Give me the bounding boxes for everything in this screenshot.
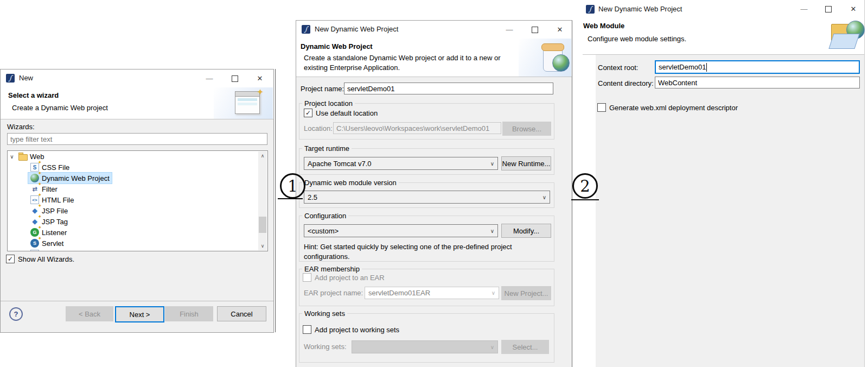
ear-project-name-label: EAR project name: (304, 289, 363, 297)
target-runtime-select[interactable]: Apache Tomcat v7.0∨ (304, 157, 498, 170)
show-all-wizards-checkbox[interactable]: ✓ Show All Wizards. (6, 255, 74, 263)
checkbox-unchecked[interactable] (303, 325, 311, 334)
close-button[interactable]: ✕ (552, 21, 568, 39)
project-name-input[interactable] (344, 83, 553, 94)
configuration-hint-2: configurations. (304, 252, 350, 261)
working-sets-select: ∨ (352, 340, 498, 353)
browse-button[interactable]: Browse... (502, 122, 551, 136)
checkbox-checked[interactable]: ✓ (304, 109, 312, 117)
scrollbar-thumb[interactable] (259, 217, 266, 233)
tree-item-partial[interactable]: S (8, 249, 258, 251)
tree-item-css-file[interactable]: S✦ CSS File (8, 162, 258, 173)
location-input: C:\Users\leovo\Workspaces\work\servletDe… (333, 122, 501, 134)
new-project-button[interactable]: New Project... (501, 286, 551, 300)
show-all-wizards-label: Show All Wizards. (18, 255, 74, 263)
generate-webxml-checkbox[interactable]: Generate web.xml deployment descriptor (597, 103, 738, 112)
tree-item-label: CSS File (42, 163, 69, 172)
minimize-button[interactable]: — (501, 21, 518, 39)
panel-separator-line (275, 69, 276, 332)
sparkle-icon: ✦ (257, 87, 264, 97)
ear-membership-group: EAR membership Add project to an EAR EAR… (299, 265, 554, 306)
tree-item-listener[interactable]: G✦ Listener (8, 227, 258, 238)
configuration-select[interactable]: <custom>∨ (304, 224, 498, 237)
wizard-filter-input[interactable] (7, 133, 267, 145)
wizard-tree: ∨ Web S✦ CSS File ✦ Dynamic Web Project … (7, 150, 268, 251)
minimize-button[interactable]: — (796, 0, 812, 18)
tree-scrollbar[interactable]: ∧ ∨ (258, 151, 267, 250)
wizard-icon: S (30, 250, 39, 251)
back-button[interactable]: < Back (66, 306, 113, 321)
generate-webxml-label: Generate web.xml deployment descriptor (609, 104, 738, 112)
configuration-group: Configuration <custom>∨ Modify... Hint: … (299, 212, 554, 262)
target-runtime-legend: Target runtime (302, 144, 352, 153)
tree-item-dynamic-web-project[interactable]: ✦ Dynamic Web Project (8, 173, 258, 184)
chevron-down-icon: ∨ (490, 161, 494, 167)
screenshot-canvas: ∫ New — ✕ Select a wizard Create a Dynam… (0, 0, 868, 367)
minimize-button[interactable]: — (201, 69, 218, 87)
eclipse-app-icon: ∫ (586, 5, 595, 14)
web-module-titlebar[interactable]: ∫ New Dynamic Web Project — ✕ (583, 0, 864, 18)
window-title: New (19, 74, 33, 82)
text-caret (706, 63, 707, 72)
step-2-underline (571, 199, 599, 200)
help-icon[interactable]: ? (9, 307, 23, 321)
tree-item-html-file[interactable]: <>✦ HTML File (8, 194, 258, 205)
tree-item-servlet[interactable]: S✦ Servlet (8, 238, 258, 249)
use-default-location-checkbox[interactable]: ✓ Use default location (304, 109, 378, 117)
tree-item-filter[interactable]: ⇄✦ Filter (8, 184, 258, 194)
location-label: Location: (304, 124, 333, 132)
content-directory-input[interactable]: WebContent (655, 77, 860, 88)
select-wizard-dialog: ∫ New — ✕ Select a wizard Create a Dynam… (0, 69, 274, 333)
new-runtime-button[interactable]: New Runtime... (501, 156, 551, 170)
web-module-content (596, 55, 864, 367)
wizards-label: Wizards: (7, 123, 35, 131)
scroll-up-icon[interactable]: ∧ (258, 151, 267, 160)
tree-item-label: Servlet (42, 239, 63, 248)
scroll-down-icon[interactable]: ∨ (258, 242, 267, 250)
eclipse-app-icon: ∫ (6, 74, 15, 83)
tree-item-jsp-tag[interactable]: ◆✦ JSP Tag (8, 216, 258, 227)
close-button[interactable]: ✕ (846, 0, 861, 18)
working-sets-legend: Working sets (302, 309, 347, 318)
chevron-down-icon: ∨ (542, 194, 546, 200)
module-version-group: Dynamic web module version 2.5∨ (299, 179, 554, 208)
configuration-legend: Configuration (302, 212, 348, 220)
checkbox-unchecked[interactable] (597, 103, 606, 112)
checkbox-checked[interactable]: ✓ (6, 255, 15, 263)
add-to-ear-checkbox[interactable]: Add project to an EAR (303, 273, 385, 282)
step-1-underline (278, 198, 303, 199)
project-location-group: Project location ✓ Use default location … (299, 99, 554, 140)
maximize-button[interactable] (527, 21, 543, 39)
chevron-down-icon: ∨ (492, 290, 495, 296)
tree-item-label: Listener (42, 229, 67, 237)
wizard-page-subtitle: Create a Dynamic Web project (12, 104, 108, 112)
tree-item-web[interactable]: ∨ Web (8, 151, 258, 162)
expander-icon[interactable]: ∨ (8, 154, 16, 160)
context-root-label: Context root: (598, 64, 638, 72)
modify-button[interactable]: Modify... (501, 224, 551, 238)
select-working-sets-button[interactable]: Select... (501, 340, 549, 354)
folder-icon (18, 152, 27, 161)
add-to-working-sets-checkbox[interactable]: Add project to working sets (303, 325, 399, 334)
tree-item-jsp-file[interactable]: ◆✦ JSP File (8, 205, 258, 216)
select-wizard-titlebar[interactable]: ∫ New — ✕ (1, 69, 273, 87)
tree-item-label: Filter (42, 185, 58, 193)
web-module-dialog: ∫ New Dynamic Web Project — ✕ Web Module… (583, 0, 865, 367)
maximize-icon (532, 27, 538, 33)
checkbox-unchecked[interactable] (303, 273, 311, 282)
cancel-button[interactable]: Cancel (217, 306, 266, 321)
context-root-input[interactable]: servletDemo01 (655, 60, 860, 74)
tree-item-label: Web (30, 153, 44, 161)
next-button[interactable]: Next > (115, 306, 164, 322)
maximize-button[interactable] (821, 0, 836, 18)
project-name-label: Project name: (301, 85, 344, 93)
module-version-select[interactable]: 2.5∨ (304, 191, 550, 204)
chevron-down-icon: ∨ (490, 228, 494, 234)
dwp-titlebar[interactable]: ∫ New Dynamic Web Project — ✕ (296, 21, 572, 39)
module-version-legend: Dynamic web module version (302, 179, 399, 187)
close-button[interactable]: ✕ (252, 69, 268, 87)
finish-button[interactable]: Finish (165, 306, 213, 321)
maximize-button[interactable] (227, 69, 243, 87)
dynamic-web-project-dialog: ∫ New Dynamic Web Project — ✕ Dynamic We… (296, 20, 572, 367)
wizard-page-subtitle: Configure web module settings. (588, 35, 686, 43)
